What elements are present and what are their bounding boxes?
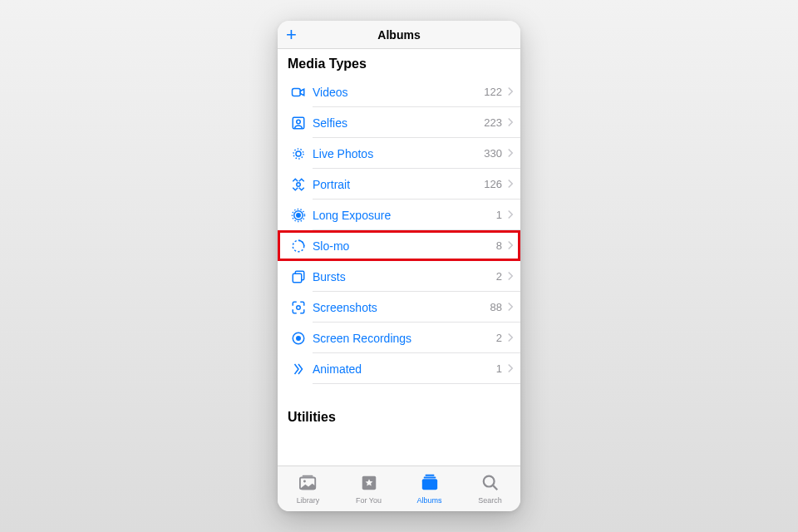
screenrecordings-icon — [288, 331, 309, 346]
tab-search-icon — [480, 473, 500, 495]
slomo-icon — [288, 239, 309, 254]
row-label: Screen Recordings — [309, 332, 496, 345]
row-label: Videos — [309, 86, 484, 99]
tab-label: Search — [478, 496, 502, 505]
tab-label: Library — [297, 496, 320, 505]
content: Media Types Videos122Selfies223Live Phot… — [278, 49, 520, 466]
row-count: 330 — [484, 147, 504, 160]
media-row-screenshots[interactable]: Screenshots88 — [278, 292, 520, 323]
chevron-right-icon — [504, 85, 520, 100]
media-row-bursts[interactable]: Bursts2 — [278, 261, 520, 292]
row-label: Slo-mo — [309, 239, 496, 253]
svg-point-6 — [297, 213, 301, 217]
navbar: + Albums — [278, 21, 520, 49]
svg-rect-20 — [425, 475, 434, 476]
albums-screen: + Albums Media Types Videos122Selfies223… — [278, 21, 520, 511]
tabbar: LibraryFor YouAlbumsSearch — [278, 466, 520, 511]
row-count: 2 — [496, 270, 504, 283]
svg-point-13 — [297, 336, 301, 340]
media-row-slo-mo[interactable]: Slo-mo8 — [278, 230, 520, 261]
chevron-right-icon — [504, 300, 520, 315]
media-row-videos[interactable]: Videos122 — [278, 76, 520, 107]
chevron-right-icon — [504, 177, 520, 192]
tab-foryou[interactable]: For You — [344, 473, 394, 505]
section-utilities: Utilities — [278, 402, 520, 430]
row-count: 1 — [496, 209, 504, 221]
row-label: Screenshots — [309, 301, 490, 314]
row-count: 2 — [496, 332, 504, 344]
chevron-right-icon — [504, 239, 520, 254]
svg-rect-19 — [423, 477, 436, 479]
chevron-right-icon — [504, 116, 520, 131]
portrait-icon — [288, 177, 309, 192]
row-count: 8 — [496, 239, 504, 252]
svg-point-3 — [296, 151, 301, 156]
bursts-icon — [288, 269, 309, 284]
svg-point-4 — [293, 149, 303, 159]
media-row-long-exposure[interactable]: Long Exposure1 — [278, 200, 520, 230]
page-title: Albums — [377, 28, 420, 42]
row-label: Long Exposure — [309, 209, 496, 222]
row-label: Selfies — [309, 116, 484, 130]
tab-search[interactable]: Search — [466, 473, 515, 505]
livephoto-icon — [288, 146, 309, 161]
longexposure-icon — [288, 208, 309, 223]
row-count: 223 — [484, 116, 504, 129]
screenshots-icon — [288, 300, 309, 315]
row-count: 1 — [496, 362, 504, 375]
media-row-screen-recordings[interactable]: Screen Recordings2 — [278, 323, 520, 353]
row-label: Live Photos — [309, 147, 484, 160]
video-icon — [288, 85, 309, 100]
row-count: 122 — [484, 86, 504, 98]
tab-library[interactable]: Library — [283, 473, 333, 505]
row-label: Animated — [309, 362, 496, 376]
media-row-animated[interactable]: Animated1 — [278, 353, 520, 384]
add-button[interactable]: + — [286, 26, 297, 44]
svg-rect-18 — [421, 479, 436, 490]
media-row-live-photos[interactable]: Live Photos330 — [278, 138, 520, 169]
selfie-icon — [288, 116, 309, 131]
row-label: Bursts — [309, 270, 496, 283]
tab-albums-icon — [420, 473, 440, 495]
tab-label: For You — [356, 496, 382, 505]
svg-rect-15 — [302, 475, 313, 477]
svg-point-21 — [483, 476, 494, 487]
svg-rect-0 — [293, 88, 301, 96]
svg-point-5 — [297, 182, 301, 186]
media-types-list: Videos122Selfies223Live Photos330Portrai… — [278, 76, 520, 384]
svg-point-2 — [297, 120, 301, 124]
media-row-selfies[interactable]: Selfies223 — [278, 107, 520, 138]
chevron-right-icon — [504, 331, 520, 346]
chevron-right-icon — [504, 269, 520, 284]
svg-rect-10 — [293, 273, 302, 283]
chevron-right-icon — [504, 146, 520, 161]
media-row-portrait[interactable]: Portrait126 — [278, 169, 520, 200]
row-label: Portrait — [309, 178, 484, 191]
animated-icon — [288, 362, 309, 377]
chevron-right-icon — [504, 362, 520, 377]
section-media-types: Media Types — [278, 49, 520, 76]
svg-point-16 — [303, 480, 305, 483]
row-count: 126 — [484, 178, 504, 190]
tab-label: Albums — [416, 496, 441, 505]
chevron-right-icon — [504, 208, 520, 223]
tab-albums[interactable]: Albums — [405, 473, 455, 505]
row-count: 88 — [490, 301, 504, 313]
tab-library-icon — [298, 473, 318, 495]
tab-foryou-icon — [359, 473, 379, 495]
svg-point-11 — [297, 305, 301, 309]
